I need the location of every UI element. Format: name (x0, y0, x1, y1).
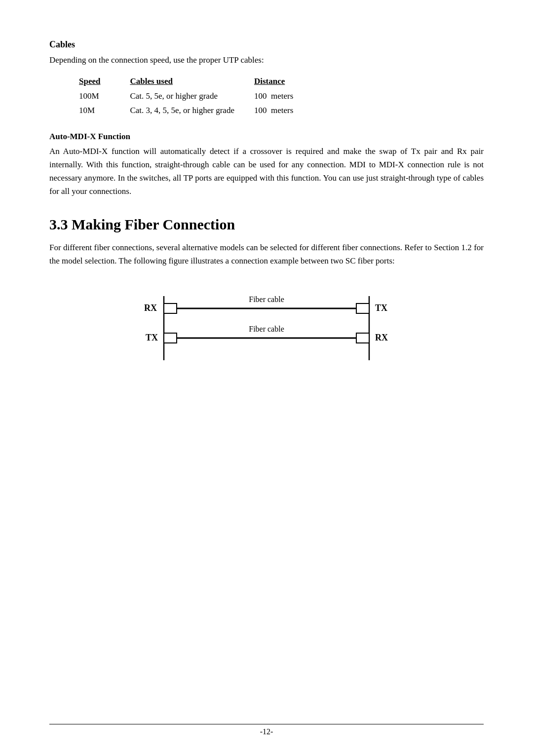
col-header-distance: Distance (254, 76, 314, 88)
speed-10m: 10M (79, 103, 130, 117)
svg-rect-2 (164, 333, 177, 343)
footer-page-number: -12- (260, 727, 273, 736)
svg-rect-1 (164, 303, 177, 313)
fiber-diagram-wrapper: RX TX TX RX Fiber cable Fiber cable (49, 287, 484, 369)
auto-mdi-heading: Auto-MDI-X Function (49, 132, 484, 142)
cables-10m: Cat. 3, 4, 5, 5e, or higher grade (130, 103, 254, 117)
fiber-diagram: RX TX TX RX Fiber cable Fiber cable (118, 287, 415, 369)
distance-100m: 100 meters (254, 88, 314, 103)
speed-100m: 100M (79, 88, 130, 103)
footer-line (49, 724, 484, 724)
tx-right-label: TX (375, 303, 387, 313)
fiber-label-bottom: Fiber cable (249, 325, 284, 333)
section-33: 3.3 Making Fiber Connection For differen… (49, 216, 484, 267)
col-header-cables-used: Cables used (130, 76, 254, 88)
rx-left-label: RX (144, 303, 157, 313)
svg-rect-5 (356, 333, 369, 343)
section-33-intro: For different fiber connections, several… (49, 241, 484, 267)
col-header-speed: Speed (79, 76, 130, 88)
table-row: 10M Cat. 3, 4, 5, 5e, or higher grade 10… (79, 103, 314, 117)
page: Cables Depending on the connection speed… (0, 0, 533, 756)
auto-mdi-section: Auto-MDI-X Function An Auto-MDI-X functi… (49, 132, 484, 198)
distance-10m: 100 meters (254, 103, 314, 117)
cables-intro: Depending on the connection speed, use t… (49, 54, 484, 67)
cables-100m: Cat. 5, 5e, or higher grade (130, 88, 254, 103)
cables-section: Cables Depending on the connection speed… (49, 39, 484, 117)
cables-heading: Cables (49, 39, 484, 50)
section-33-heading: 3.3 Making Fiber Connection (49, 216, 484, 233)
speed-table: Speed Cables used Distance 100M Cat. 5, … (79, 76, 484, 117)
fiber-label-top: Fiber cable (249, 295, 284, 303)
page-footer: -12- (0, 724, 533, 736)
tx-left-label: TX (146, 333, 158, 342)
svg-rect-4 (356, 303, 369, 313)
rx-right-label: RX (375, 333, 388, 342)
auto-mdi-text: An Auto-MDI-X function will automaticall… (49, 145, 484, 198)
table-row: 100M Cat. 5, 5e, or higher grade 100 met… (79, 88, 314, 103)
